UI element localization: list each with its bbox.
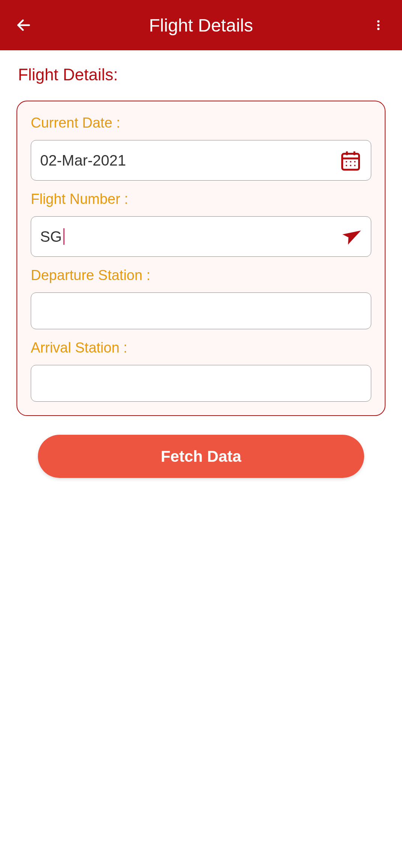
departure-station-label: Departure Station : bbox=[31, 267, 371, 283]
current-date-input[interactable]: 02-Mar-2021 bbox=[31, 140, 371, 181]
back-icon[interactable] bbox=[14, 16, 33, 35]
current-date-value: 02-Mar-2021 bbox=[40, 152, 339, 169]
app-header: Flight Details bbox=[0, 0, 402, 50]
text-cursor bbox=[63, 228, 64, 245]
svg-point-9 bbox=[350, 161, 351, 163]
departure-station-input[interactable] bbox=[31, 292, 371, 329]
arrival-station-label: Arrival Station : bbox=[31, 340, 371, 356]
current-date-label: Current Date : bbox=[31, 115, 371, 131]
flight-number-input[interactable]: SG bbox=[31, 216, 371, 257]
departure-station-group: Departure Station : bbox=[31, 267, 371, 329]
fetch-data-button[interactable]: Fetch Data bbox=[38, 435, 364, 478]
flight-number-prefix: SG bbox=[40, 228, 62, 245]
calendar-icon[interactable] bbox=[339, 149, 362, 172]
svg-point-1 bbox=[377, 20, 380, 23]
svg-point-3 bbox=[377, 28, 380, 30]
content-area: Flight Details: Current Date : 02-Mar-20… bbox=[0, 50, 402, 478]
svg-point-12 bbox=[350, 165, 351, 166]
more-vert-icon[interactable] bbox=[369, 16, 388, 35]
plane-icon bbox=[339, 225, 362, 248]
flight-number-group: Flight Number : SG bbox=[31, 191, 371, 257]
page-title: Flight Details bbox=[33, 15, 369, 36]
svg-point-10 bbox=[354, 161, 356, 163]
svg-point-13 bbox=[354, 165, 356, 166]
svg-point-11 bbox=[346, 165, 347, 166]
svg-point-2 bbox=[377, 24, 380, 26]
flight-number-label: Flight Number : bbox=[31, 191, 371, 207]
svg-point-8 bbox=[346, 161, 347, 163]
flight-details-card: Current Date : 02-Mar-2021 bbox=[16, 101, 386, 416]
section-title: Flight Details: bbox=[18, 65, 386, 84]
arrival-station-input[interactable] bbox=[31, 365, 371, 402]
arrival-station-group: Arrival Station : bbox=[31, 340, 371, 402]
current-date-group: Current Date : 02-Mar-2021 bbox=[31, 115, 371, 181]
